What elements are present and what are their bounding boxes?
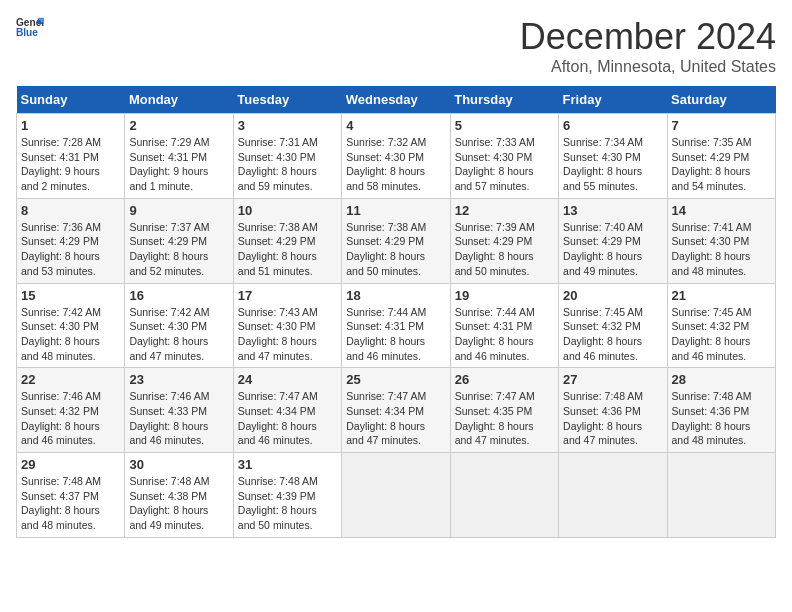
day-number: 11 [346,203,445,218]
day-number: 10 [238,203,337,218]
cell-sun-info: Sunrise: 7:47 AM Sunset: 4:34 PM Dayligh… [346,389,445,448]
day-number: 2 [129,118,228,133]
day-number: 23 [129,372,228,387]
cell-sun-info: Sunrise: 7:36 AM Sunset: 4:29 PM Dayligh… [21,220,120,279]
week-row-5: 29Sunrise: 7:48 AM Sunset: 4:37 PM Dayli… [17,453,776,538]
cell-sun-info: Sunrise: 7:28 AM Sunset: 4:31 PM Dayligh… [21,135,120,194]
day-number: 3 [238,118,337,133]
calendar-cell: 10Sunrise: 7:38 AM Sunset: 4:29 PM Dayli… [233,198,341,283]
calendar-cell: 14Sunrise: 7:41 AM Sunset: 4:30 PM Dayli… [667,198,775,283]
day-number: 25 [346,372,445,387]
calendar-cell: 22Sunrise: 7:46 AM Sunset: 4:32 PM Dayli… [17,368,125,453]
cell-sun-info: Sunrise: 7:38 AM Sunset: 4:29 PM Dayligh… [238,220,337,279]
week-row-3: 15Sunrise: 7:42 AM Sunset: 4:30 PM Dayli… [17,283,776,368]
cell-sun-info: Sunrise: 7:47 AM Sunset: 4:34 PM Dayligh… [238,389,337,448]
calendar-table: SundayMondayTuesdayWednesdayThursdayFrid… [16,86,776,538]
day-number: 14 [672,203,771,218]
weekday-header-friday: Friday [559,86,667,114]
day-number: 5 [455,118,554,133]
calendar-cell: 19Sunrise: 7:44 AM Sunset: 4:31 PM Dayli… [450,283,558,368]
weekday-header-saturday: Saturday [667,86,775,114]
cell-sun-info: Sunrise: 7:34 AM Sunset: 4:30 PM Dayligh… [563,135,662,194]
calendar-cell: 4Sunrise: 7:32 AM Sunset: 4:30 PM Daylig… [342,114,450,199]
calendar-cell: 21Sunrise: 7:45 AM Sunset: 4:32 PM Dayli… [667,283,775,368]
day-number: 22 [21,372,120,387]
cell-sun-info: Sunrise: 7:35 AM Sunset: 4:29 PM Dayligh… [672,135,771,194]
weekday-header-row: SundayMondayTuesdayWednesdayThursdayFrid… [17,86,776,114]
calendar-cell: 17Sunrise: 7:43 AM Sunset: 4:30 PM Dayli… [233,283,341,368]
calendar-cell: 11Sunrise: 7:38 AM Sunset: 4:29 PM Dayli… [342,198,450,283]
calendar-cell: 27Sunrise: 7:48 AM Sunset: 4:36 PM Dayli… [559,368,667,453]
cell-sun-info: Sunrise: 7:37 AM Sunset: 4:29 PM Dayligh… [129,220,228,279]
day-number: 15 [21,288,120,303]
calendar-cell: 8Sunrise: 7:36 AM Sunset: 4:29 PM Daylig… [17,198,125,283]
day-number: 8 [21,203,120,218]
cell-sun-info: Sunrise: 7:48 AM Sunset: 4:38 PM Dayligh… [129,474,228,533]
cell-sun-info: Sunrise: 7:32 AM Sunset: 4:30 PM Dayligh… [346,135,445,194]
day-number: 27 [563,372,662,387]
calendar-subtitle: Afton, Minnesota, United States [520,58,776,76]
calendar-cell: 13Sunrise: 7:40 AM Sunset: 4:29 PM Dayli… [559,198,667,283]
week-row-1: 1Sunrise: 7:28 AM Sunset: 4:31 PM Daylig… [17,114,776,199]
day-number: 9 [129,203,228,218]
calendar-cell: 28Sunrise: 7:48 AM Sunset: 4:36 PM Dayli… [667,368,775,453]
calendar-cell: 3Sunrise: 7:31 AM Sunset: 4:30 PM Daylig… [233,114,341,199]
calendar-cell: 26Sunrise: 7:47 AM Sunset: 4:35 PM Dayli… [450,368,558,453]
calendar-cell: 6Sunrise: 7:34 AM Sunset: 4:30 PM Daylig… [559,114,667,199]
calendar-cell: 29Sunrise: 7:48 AM Sunset: 4:37 PM Dayli… [17,453,125,538]
day-number: 26 [455,372,554,387]
calendar-cell: 23Sunrise: 7:46 AM Sunset: 4:33 PM Dayli… [125,368,233,453]
cell-sun-info: Sunrise: 7:40 AM Sunset: 4:29 PM Dayligh… [563,220,662,279]
calendar-cell: 2Sunrise: 7:29 AM Sunset: 4:31 PM Daylig… [125,114,233,199]
logo: General Blue [16,16,44,38]
day-number: 12 [455,203,554,218]
day-number: 1 [21,118,120,133]
cell-sun-info: Sunrise: 7:47 AM Sunset: 4:35 PM Dayligh… [455,389,554,448]
day-number: 21 [672,288,771,303]
cell-sun-info: Sunrise: 7:43 AM Sunset: 4:30 PM Dayligh… [238,305,337,364]
cell-sun-info: Sunrise: 7:42 AM Sunset: 4:30 PM Dayligh… [21,305,120,364]
weekday-header-wednesday: Wednesday [342,86,450,114]
calendar-cell: 9Sunrise: 7:37 AM Sunset: 4:29 PM Daylig… [125,198,233,283]
day-number: 4 [346,118,445,133]
cell-sun-info: Sunrise: 7:46 AM Sunset: 4:32 PM Dayligh… [21,389,120,448]
calendar-cell: 25Sunrise: 7:47 AM Sunset: 4:34 PM Dayli… [342,368,450,453]
calendar-cell: 16Sunrise: 7:42 AM Sunset: 4:30 PM Dayli… [125,283,233,368]
cell-sun-info: Sunrise: 7:31 AM Sunset: 4:30 PM Dayligh… [238,135,337,194]
day-number: 31 [238,457,337,472]
day-number: 13 [563,203,662,218]
calendar-cell: 1Sunrise: 7:28 AM Sunset: 4:31 PM Daylig… [17,114,125,199]
cell-sun-info: Sunrise: 7:33 AM Sunset: 4:30 PM Dayligh… [455,135,554,194]
calendar-cell: 12Sunrise: 7:39 AM Sunset: 4:29 PM Dayli… [450,198,558,283]
calendar-cell: 31Sunrise: 7:48 AM Sunset: 4:39 PM Dayli… [233,453,341,538]
day-number: 7 [672,118,771,133]
day-number: 24 [238,372,337,387]
title-block: December 2024 Afton, Minnesota, United S… [520,16,776,76]
cell-sun-info: Sunrise: 7:48 AM Sunset: 4:37 PM Dayligh… [21,474,120,533]
cell-sun-info: Sunrise: 7:38 AM Sunset: 4:29 PM Dayligh… [346,220,445,279]
cell-sun-info: Sunrise: 7:42 AM Sunset: 4:30 PM Dayligh… [129,305,228,364]
calendar-cell: 15Sunrise: 7:42 AM Sunset: 4:30 PM Dayli… [17,283,125,368]
calendar-cell: 7Sunrise: 7:35 AM Sunset: 4:29 PM Daylig… [667,114,775,199]
cell-sun-info: Sunrise: 7:39 AM Sunset: 4:29 PM Dayligh… [455,220,554,279]
calendar-cell [342,453,450,538]
day-number: 19 [455,288,554,303]
day-number: 28 [672,372,771,387]
week-row-2: 8Sunrise: 7:36 AM Sunset: 4:29 PM Daylig… [17,198,776,283]
calendar-cell: 18Sunrise: 7:44 AM Sunset: 4:31 PM Dayli… [342,283,450,368]
day-number: 17 [238,288,337,303]
cell-sun-info: Sunrise: 7:45 AM Sunset: 4:32 PM Dayligh… [563,305,662,364]
cell-sun-info: Sunrise: 7:48 AM Sunset: 4:36 PM Dayligh… [563,389,662,448]
calendar-title: December 2024 [520,16,776,58]
day-number: 16 [129,288,228,303]
calendar-cell [667,453,775,538]
svg-text:Blue: Blue [16,27,38,38]
cell-sun-info: Sunrise: 7:29 AM Sunset: 4:31 PM Dayligh… [129,135,228,194]
calendar-cell: 20Sunrise: 7:45 AM Sunset: 4:32 PM Dayli… [559,283,667,368]
weekday-header-monday: Monday [125,86,233,114]
weekday-header-thursday: Thursday [450,86,558,114]
calendar-cell: 5Sunrise: 7:33 AM Sunset: 4:30 PM Daylig… [450,114,558,199]
day-number: 18 [346,288,445,303]
day-number: 6 [563,118,662,133]
day-number: 30 [129,457,228,472]
